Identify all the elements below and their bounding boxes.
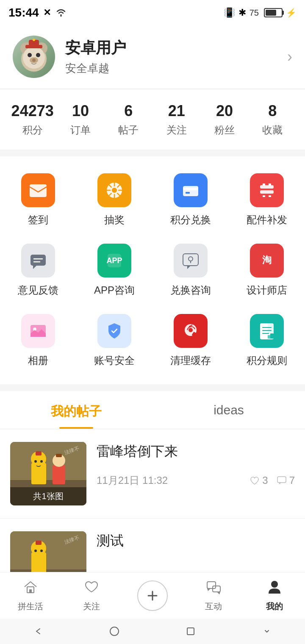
post-title: 雷峰塔倒下来: [97, 442, 295, 461]
svg-rect-11: [30, 184, 47, 197]
stat-item[interactable]: 20 粉丝: [200, 102, 248, 137]
menu-item-app-consult[interactable]: APP APP咨询: [76, 235, 152, 305]
post-meta: 11月21日 11:32 3 7: [97, 474, 295, 487]
account-security-label: 账号安全: [94, 354, 135, 367]
signin-icon: [21, 173, 55, 207]
tab-ideas[interactable]: ideas: [152, 391, 305, 429]
svg-point-29: [189, 257, 193, 261]
nav-item-mine[interactable]: 我的: [244, 572, 305, 619]
menu-item-redeem[interactable]: 积分兑换: [152, 165, 229, 235]
profile-info: 安卓用户 安全卓越: [65, 38, 126, 76]
menu-item-account-security[interactable]: 账号安全: [76, 305, 152, 376]
nav-mine-label: 我的: [266, 601, 283, 612]
wifi-icon: [55, 6, 67, 19]
post-stats: 3 7: [250, 475, 295, 486]
designer-shop-label: 设计师店: [247, 283, 287, 297]
post-item[interactable]: 法律不 共1张图 雷峰塔倒下来 11月21日 11:32 3: [0, 429, 305, 519]
home-icon: [23, 579, 38, 598]
post-image-count: 共1张图: [10, 487, 86, 505]
stat-item[interactable]: 24273 积分: [8, 102, 56, 137]
android-back[interactable]: [30, 623, 47, 640]
designer-shop-icon: 淘: [250, 244, 284, 278]
svg-point-37: [189, 328, 193, 332]
redeem-label: 积分兑换: [170, 213, 211, 227]
status-left: 15:44 ✕: [8, 6, 67, 19]
nav-item-follow[interactable]: 关注: [61, 572, 122, 619]
svg-rect-69: [207, 582, 216, 588]
interact-icon: [206, 579, 221, 598]
menu-item-album[interactable]: 相册: [0, 305, 76, 376]
battery-icon: [264, 8, 283, 17]
svg-rect-66: [29, 589, 32, 593]
stat-label: 收藏: [262, 123, 283, 137]
avatar[interactable]: [13, 36, 55, 78]
post-title: 测试: [97, 531, 295, 550]
profile-chevron[interactable]: ›: [287, 48, 292, 66]
svg-point-13: [112, 188, 117, 193]
svg-rect-19: [263, 183, 265, 186]
menu-item-points-rules[interactable]: 积分规则: [229, 305, 305, 376]
stat-item[interactable]: 6 帖子: [105, 102, 152, 137]
svg-rect-17: [260, 185, 274, 189]
redeem-consult-icon: [174, 244, 208, 278]
android-square[interactable]: [182, 623, 199, 640]
menu-item-clear-cache[interactable]: 清理缓存: [152, 305, 229, 376]
clear-cache-icon: [174, 314, 208, 348]
svg-point-10: [33, 39, 35, 41]
stat-item[interactable]: 8 收藏: [249, 102, 297, 137]
menu-grid: 签到 抽奖 积分兑换: [0, 165, 305, 376]
post-content: 雷峰塔倒下来 11月21日 11:32 3: [97, 442, 295, 487]
svg-rect-21: [263, 195, 265, 197]
tab-my-posts[interactable]: 我的帖子: [0, 391, 152, 429]
svg-rect-23: [30, 255, 46, 266]
parts-icon: [250, 173, 284, 207]
svg-rect-18: [260, 190, 274, 194]
post-comments-count: 7: [289, 475, 295, 486]
svg-point-63: [40, 550, 43, 552]
vibrate-icon: 📳: [224, 7, 235, 18]
android-bar: [0, 619, 305, 644]
post-likes: 3: [250, 475, 268, 486]
add-button[interactable]: [137, 580, 168, 611]
battery-level: 75: [250, 8, 259, 18]
nav-item-add[interactable]: [122, 572, 183, 619]
svg-rect-14: [183, 186, 198, 196]
svg-rect-52: [53, 465, 65, 484]
clear-cache-label: 清理缓存: [170, 354, 211, 367]
nav-interact-label: 互动: [205, 601, 222, 612]
svg-point-62: [34, 550, 37, 552]
android-home[interactable]: [106, 623, 123, 640]
menu-item-parts[interactable]: 配件补发: [229, 165, 305, 235]
nav-home-label: 拼生活: [18, 601, 43, 612]
bottom-nav: 拼生活 关注 互动: [0, 572, 305, 619]
stat-value: 21: [168, 102, 185, 120]
stat-item[interactable]: 10 订单: [56, 102, 104, 137]
mine-icon: [267, 579, 282, 598]
nav-item-interact[interactable]: 互动: [183, 572, 244, 619]
svg-rect-49: [36, 451, 42, 455]
nav-item-home[interactable]: 拼生活: [0, 572, 61, 619]
album-label: 相册: [28, 354, 48, 367]
menu-item-designer-shop[interactable]: 淘 设计师店: [229, 235, 305, 305]
svg-point-71: [271, 581, 278, 588]
stats-section: 24273 积分 10 订单 6 帖子 21 关注 20 粉丝 8 收藏: [0, 89, 305, 150]
tabs-section: 我的帖子 ideas: [0, 391, 305, 429]
svg-text:APP: APP: [106, 256, 122, 265]
menu-item-feedback[interactable]: 意见反馈: [0, 235, 76, 305]
signal-icon: ✕: [43, 7, 51, 18]
charging-icon: ⚡: [286, 8, 297, 18]
svg-point-72: [110, 627, 119, 636]
status-right: 📳 ✱ 75 ⚡: [224, 7, 297, 18]
menu-item-lottery[interactable]: 抽奖: [76, 165, 152, 235]
menu-item-signin[interactable]: 签到: [0, 165, 76, 235]
lottery-label: 抽奖: [104, 213, 125, 227]
svg-rect-39: [260, 323, 268, 339]
stat-item[interactable]: 21 关注: [152, 102, 200, 137]
post-thumbnail: 法律不 共1张图: [10, 442, 86, 505]
stat-label: 粉丝: [214, 123, 235, 137]
menu-item-redeem-consult[interactable]: 兑换咨询: [152, 235, 229, 305]
feedback-label: 意见反馈: [18, 283, 58, 297]
nav-follow-label: 关注: [83, 601, 100, 612]
android-down[interactable]: [258, 623, 275, 640]
points-rules-icon: [250, 314, 284, 348]
